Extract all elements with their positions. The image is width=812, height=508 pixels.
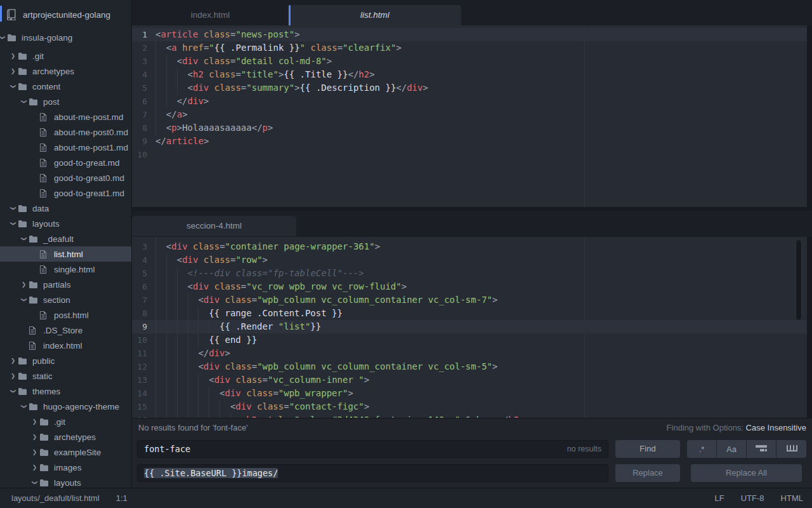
status-line-ending[interactable]: LF [715, 493, 724, 503]
folder-icon [7, 34, 18, 42]
in-selection-option-button[interactable] [747, 440, 776, 458]
code-line[interactable]: 5<!---div class="fp-tableCell"---> [132, 267, 807, 280]
tree-item-single.html[interactable]: single.html [0, 262, 131, 277]
project-root-header[interactable]: artprojectunited-golang [0, 0, 131, 29]
code-line[interactable]: 7<div class="wpb_column vc_column_contai… [132, 293, 807, 307]
folder-icon [29, 403, 39, 411]
code-line[interactable]: 11</div> [132, 347, 807, 360]
chevron-down-icon: ❯ [21, 402, 27, 411]
tree-item-archetypes[interactable]: ❯archetypes [0, 429, 131, 444]
indent-guide [166, 373, 177, 387]
status-encoding[interactable]: UTF-8 [741, 493, 764, 503]
tree-item-static[interactable]: ❯static [0, 368, 131, 384]
chevron-right-icon: ❯ [8, 373, 18, 379]
tree-item-.git[interactable]: ❯.git [0, 414, 131, 429]
status-cursor-position[interactable]: 1:1 [116, 493, 128, 503]
indent-guide [188, 347, 199, 360]
replace-input[interactable]: {{ .Site.BaseURL }}images/ [137, 464, 608, 482]
line-number: 11 [132, 347, 147, 360]
indent-guide [198, 400, 209, 413]
tree-item-.DS_Store[interactable]: .DS_Store [0, 323, 131, 338]
vertical-scrollbar-thumb[interactable] [796, 239, 802, 321]
tree-item-section[interactable]: ❯section [0, 292, 131, 307]
tree-item-list.html[interactable]: list.html [0, 246, 131, 262]
editor-area: index.htmllist.html 1<article class="new… [132, 0, 812, 488]
code-line[interactable]: 4<div class="row"> [132, 253, 807, 267]
tree-item-layouts[interactable]: ❯layouts [0, 475, 131, 488]
code-line[interactable]: 12<div class="wpb_column vc_column_conta… [132, 360, 807, 373]
tree-item-index.html[interactable]: index.html [0, 338, 131, 353]
tab-index.html[interactable]: index.html [132, 5, 289, 25]
code-line[interactable]: 15<div class="contact-figc"> [132, 400, 807, 413]
code-line[interactable]: 3<div class="container page-wrapper-361"… [132, 240, 807, 253]
tree-item-good-to-great0.md[interactable]: good-to-great0.md [0, 170, 131, 185]
tree-item-_deafult[interactable]: ❯_deafult [0, 231, 131, 246]
tree-item-themes[interactable]: ❯themes [0, 384, 131, 399]
code-line[interactable]: 10 [132, 148, 807, 161]
code-line[interactable]: 3<div class="detail col-md-8"> [132, 55, 807, 68]
code-line[interactable]: 16<h2 style="color:#3d4349 font-size:140… [132, 413, 807, 418]
regex-option-button[interactable]: .* [687, 440, 717, 458]
code-line[interactable]: 2<a href="{{ .Permalink }}" class="clear… [132, 41, 807, 55]
tree-item-label: index.html [43, 341, 82, 351]
tree-item-about-me-post1.md[interactable]: about-me-post1.md [0, 140, 131, 155]
code-line[interactable]: 6</div> [132, 95, 807, 108]
code-line[interactable]: 4<h2 class="title">{{ .Title }}</h2> [132, 68, 807, 81]
code-line[interactable]: 7</a> [132, 108, 807, 121]
code-line[interactable]: 9</article> [132, 135, 807, 148]
status-grammar[interactable]: HTML [781, 493, 803, 503]
replace-all-button[interactable]: Replace All [691, 464, 802, 482]
indent-guide [166, 81, 177, 95]
tree-item-exampleSite[interactable]: ❯exampleSite [0, 444, 131, 460]
tree-item-layouts[interactable]: ❯layouts [0, 216, 131, 231]
code-line[interactable]: 5<div class="summary">{{ .Description }}… [132, 81, 807, 95]
whole-word-option-button[interactable] [776, 440, 806, 458]
code-line[interactable]: 8<p>Holaaaasaaaaa</p> [132, 121, 807, 135]
tab-list.html[interactable]: list.html [289, 5, 461, 25]
line-number: 2 [132, 41, 147, 55]
tree-item-partials[interactable]: ❯partials [0, 277, 131, 292]
line-number: 4 [132, 68, 147, 81]
tree-item-data[interactable]: ❯data [0, 201, 131, 216]
tree-item-hugo-agency-theme[interactable]: ❯hugo-agency-theme [0, 399, 131, 414]
tree-item-about-me-post.md[interactable]: about-me-post.md [0, 109, 131, 124]
tree-item-images[interactable]: ❯images [0, 460, 131, 475]
indent-guide [155, 253, 166, 267]
code-line[interactable]: 8{{ range .Content.Post }} [132, 307, 807, 320]
code-line[interactable]: 9{{ .Render "list"}} [132, 320, 807, 333]
code-line[interactable]: 1<article class="news-post"> [132, 28, 807, 41]
tree-item-public[interactable]: ❯public [0, 353, 131, 368]
tree-item-insula-golang[interactable]: ❯insula-golang [0, 30, 131, 45]
indent-guide [166, 387, 177, 400]
code-line[interactable]: 14<div class="wpb_wrapper"> [132, 387, 807, 400]
tree-item-good-to-great1.md[interactable]: good-to-great1.md [0, 185, 131, 201]
code-text: <article class="news-post"> [155, 28, 300, 41]
tree-item-label: good-to-great.md [54, 158, 120, 168]
case-sensitive-option-button[interactable]: Aa [717, 440, 747, 458]
indent-guide [198, 307, 209, 320]
file-icon [39, 173, 50, 183]
tree-item-post.html[interactable]: post.html [0, 307, 131, 323]
tree-item-label: archetypes [32, 67, 74, 76]
tree-item-archetypes[interactable]: ❯archetypes [0, 64, 131, 79]
code-line[interactable]: 13<div class="vc_column-inner "> [132, 373, 807, 387]
tab-seccion-4.html[interactable]: seccion-4.html [132, 216, 296, 236]
tree-item-post[interactable]: ❯post [0, 94, 131, 109]
top-editor[interactable]: 1<article class="news-post">2<a href="{{… [132, 25, 807, 207]
replace-button[interactable]: Replace [615, 464, 680, 482]
code-text: <div class="vc_row wpb_row vc_row-fluid"… [155, 280, 407, 293]
code-line[interactable]: 6<div class="vc_row wpb_row vc_row-fluid… [132, 280, 807, 293]
tree-item-.git[interactable]: ❯.git [0, 48, 131, 64]
find-input[interactable]: font-face no results [137, 440, 608, 458]
tree-item-good-to-great.md[interactable]: good-to-great.md [0, 155, 131, 170]
indent-guide [155, 347, 166, 360]
find-button[interactable]: Find [615, 440, 680, 458]
bottom-editor[interactable]: <section id="services" class="services">… [132, 237, 807, 418]
indent-guide [155, 400, 166, 413]
line-number: 12 [132, 360, 147, 373]
code-line[interactable]: 10{{ end }} [132, 333, 807, 347]
tree-item-content[interactable]: ❯content [0, 79, 131, 94]
line-number: 10 [132, 148, 147, 161]
tree-item-about-me-post0.md[interactable]: about-me-post0.md [0, 124, 131, 140]
code-text: <p>Holaaaasaaaaa</p> [155, 121, 273, 135]
